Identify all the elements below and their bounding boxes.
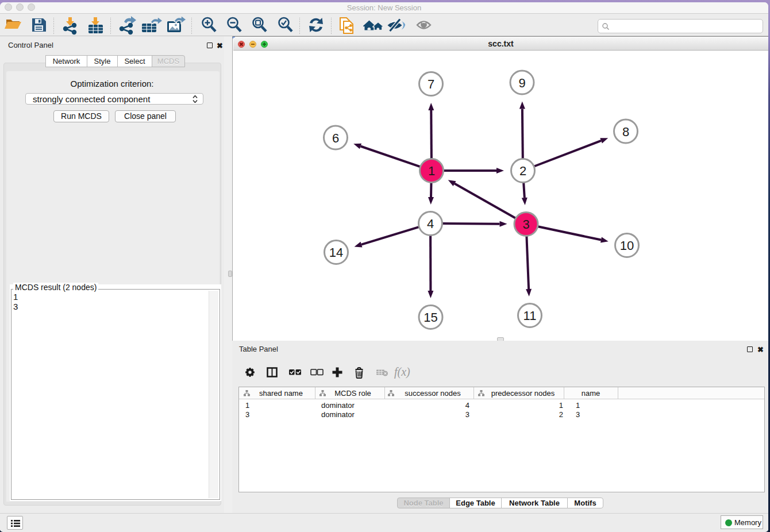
svg-text:2: 2	[559, 410, 563, 419]
svg-text:9: 9	[518, 76, 525, 90]
svg-text:11: 11	[523, 309, 537, 323]
svg-text:1: 1	[559, 401, 563, 410]
svg-text:1: 1	[428, 164, 435, 178]
svg-text:3: 3	[245, 410, 249, 419]
svg-text:4: 4	[465, 401, 469, 410]
svg-text:14: 14	[329, 245, 343, 260]
svg-text:1: 1	[245, 401, 249, 410]
svg-text:10: 10	[620, 238, 634, 253]
svg-text:name: name	[582, 389, 600, 398]
svg-text:7: 7	[428, 77, 434, 91]
svg-text:2: 2	[519, 164, 526, 178]
svg-text:4: 4	[427, 217, 434, 231]
svg-text:shared name: shared name	[259, 389, 303, 398]
svg-text:8: 8	[622, 125, 629, 139]
svg-text:f(x): f(x)	[394, 365, 410, 379]
svg-text:successor nodes: successor nodes	[405, 389, 461, 398]
svg-text:15: 15	[424, 310, 437, 325]
svg-text:3: 3	[522, 217, 529, 232]
svg-text:3: 3	[576, 410, 580, 419]
svg-text:6: 6	[332, 131, 339, 145]
svg-text:1: 1	[576, 401, 580, 410]
svg-text:dominator: dominator	[321, 401, 355, 410]
svg-text:3: 3	[465, 410, 469, 419]
svg-text:MCDS role: MCDS role	[334, 389, 371, 398]
svg-text:dominator: dominator	[321, 410, 355, 419]
svg-text:predecessor nodes: predecessor nodes	[491, 389, 555, 398]
